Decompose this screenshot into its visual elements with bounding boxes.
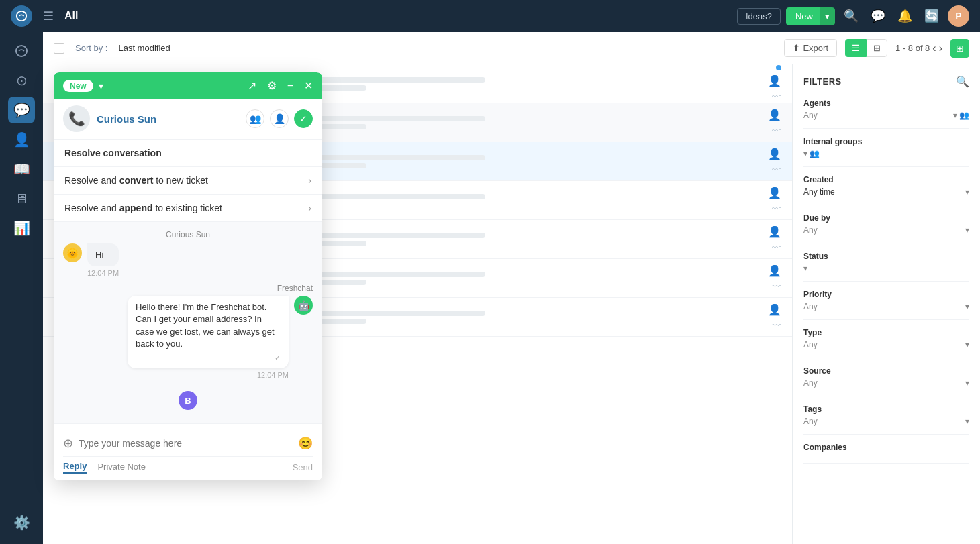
resolve-check-button[interactable]: ✓ bbox=[294, 109, 313, 128]
new-button[interactable]: New bbox=[786, 7, 822, 25]
due-by-value[interactable]: Any ▾ bbox=[803, 225, 969, 235]
activity-icon: 〰 bbox=[772, 91, 781, 102]
add-attachment-icon[interactable]: ⊕ bbox=[63, 436, 73, 451]
chat-tabs: Reply Private Note Send bbox=[63, 461, 313, 474]
chat-icon[interactable]: 💬 bbox=[867, 5, 889, 27]
created-value[interactable]: Any time ▾ bbox=[803, 187, 969, 197]
person-icon: 👤 bbox=[768, 225, 781, 238]
sender-label: Curious Sun bbox=[63, 230, 313, 239]
sidebar-item-knowledge[interactable]: 📖 bbox=[8, 156, 35, 182]
export-button[interactable]: ⬆ Export bbox=[784, 39, 837, 57]
filter-tags: Tags Any ▾ bbox=[803, 404, 969, 435]
row-right: 👤 〰 bbox=[701, 303, 781, 331]
help-icon[interactable]: 🔄 bbox=[921, 5, 942, 27]
list-view-button[interactable]: ☰ bbox=[845, 39, 867, 57]
filters-header: FILTERS 🔍 bbox=[803, 75, 969, 88]
chat-messages: Curious Sun 🌞 Hi 12:04 PM Freshchat Hell… bbox=[54, 222, 322, 423]
toolbar: Sort by : Last modified ⬆ Export ☰ ⊞ 1 -… bbox=[43, 32, 980, 64]
typing-row: B bbox=[63, 386, 313, 415]
contact-actions: 👥 👤 ✓ bbox=[246, 109, 313, 128]
toolbar-right: ⬆ Export ☰ ⊞ 1 - 8 of 8 ‹ › ⊞ bbox=[784, 39, 969, 58]
navbar-actions: Ideas? New ▾ 🔍 💬 🔔 🔄 P bbox=[737, 5, 969, 27]
filter-search-icon[interactable]: 🔍 bbox=[956, 75, 969, 88]
row-right: 👤 〰 bbox=[701, 65, 781, 102]
tags-value[interactable]: Any ▾ bbox=[803, 417, 969, 426]
tab-reply[interactable]: Reply bbox=[63, 461, 87, 474]
sidebar-item-agents[interactable]: 👤 bbox=[8, 126, 35, 153]
filters-title: FILTERS bbox=[803, 76, 842, 87]
status-dropdown-arrow[interactable]: ▾ bbox=[99, 80, 103, 91]
prev-page-button[interactable]: ‹ bbox=[932, 42, 936, 54]
person-icon: 👤 bbox=[768, 148, 781, 160]
due-by-label: Due by bbox=[803, 213, 969, 223]
sort-value[interactable]: Last modified bbox=[118, 43, 170, 53]
user-avatar[interactable]: P bbox=[948, 5, 969, 27]
filter-internal-groups: Internal groups ▾ 👥 bbox=[803, 137, 969, 167]
bot-message-time: 12:04 PM bbox=[128, 371, 289, 379]
person-icon: 👤 bbox=[768, 186, 781, 199]
priority-value[interactable]: Any ▾ bbox=[803, 302, 969, 311]
resolve-convert-option[interactable]: Resolve and convert to new ticket › bbox=[54, 167, 322, 195]
arrow-icon: › bbox=[308, 175, 311, 186]
close-icon[interactable]: ✕ bbox=[304, 79, 313, 92]
user-message-content: Hi 12:04 PM bbox=[87, 243, 119, 277]
chat-window: New ▾ ↗ ⚙ − ✕ 📞 Curious Sun 👥 👤 ✓ Resolv… bbox=[54, 72, 322, 480]
search-icon[interactable]: 🔍 bbox=[840, 5, 862, 27]
ideas-button[interactable]: Ideas? bbox=[737, 8, 781, 25]
emoji-icon[interactable]: 😊 bbox=[298, 436, 313, 451]
row-right: 👤 〰 bbox=[701, 264, 781, 292]
agents-value[interactable]: Any ▾ 👥 bbox=[803, 111, 969, 120]
person-icon: 👤 bbox=[768, 264, 781, 277]
select-all-checkbox[interactable] bbox=[54, 43, 64, 54]
typing-avatar: B bbox=[179, 391, 197, 410]
navbar: ☰ All Ideas? New ▾ 🔍 💬 🔔 🔄 P bbox=[0, 0, 980, 32]
sidebar-item-reports[interactable]: 📊 bbox=[8, 215, 35, 241]
column-settings-button[interactable]: ⊞ bbox=[950, 39, 969, 58]
view-toggle: ☰ ⊞ bbox=[845, 39, 887, 57]
source-value[interactable]: Any ▾ bbox=[803, 378, 969, 388]
sidebar-item-settings[interactable]: ⚙️ bbox=[8, 509, 35, 536]
filter-source: Source Any ▾ bbox=[803, 366, 969, 396]
freshchat-label: Freshchat bbox=[63, 284, 313, 293]
bot-message-bubble: Hello there! I'm the Freshchat bot. Can … bbox=[128, 296, 289, 368]
bot-avatar: 🤖 bbox=[294, 296, 313, 315]
chat-input-row: ⊕ 😊 bbox=[63, 431, 313, 457]
type-label: Type bbox=[803, 328, 969, 337]
team-icon-button[interactable]: 👥 bbox=[246, 109, 264, 128]
settings-icon[interactable]: ⚙ bbox=[267, 79, 277, 92]
notification-icon[interactable]: 🔔 bbox=[894, 5, 916, 27]
resolve-append-option[interactable]: Resolve and append to existing ticket › bbox=[54, 195, 322, 221]
hamburger-icon[interactable]: ☰ bbox=[43, 9, 54, 23]
pagination: 1 - 8 of 8 ‹ › bbox=[895, 42, 942, 54]
tab-private-note[interactable]: Private Note bbox=[97, 461, 146, 473]
sidebar-item-conversations[interactable]: 💬 bbox=[8, 97, 35, 123]
user-message-time: 12:04 PM bbox=[87, 269, 119, 277]
new-button-dropdown[interactable]: ▾ bbox=[820, 7, 835, 25]
activity-icon: 〰 bbox=[772, 203, 781, 214]
filters-panel: FILTERS 🔍 Agents Any ▾ 👥 Internal groups… bbox=[792, 64, 980, 544]
app-logo bbox=[11, 5, 32, 27]
status-value[interactable]: ▾ bbox=[803, 264, 969, 273]
type-value[interactable]: Any ▾ bbox=[803, 340, 969, 349]
next-page-button[interactable]: › bbox=[939, 42, 942, 54]
chat-status-badge[interactable]: New bbox=[63, 80, 93, 92]
chat-input-area: ⊕ 😊 Reply Private Note Send bbox=[54, 423, 322, 480]
send-button[interactable]: Send bbox=[293, 462, 313, 472]
user-message-row: 🌞 Hi 12:04 PM bbox=[63, 243, 313, 277]
tags-label: Tags bbox=[803, 404, 969, 414]
resolve-append-label: Resolve and append to existing ticket bbox=[64, 203, 222, 213]
grid-view-button[interactable]: ⊞ bbox=[867, 39, 887, 57]
internal-groups-value[interactable]: ▾ 👥 bbox=[803, 149, 969, 158]
resolve-conversation-label: Resolve conversation bbox=[64, 148, 162, 158]
resolve-conversation-option[interactable]: Resolve conversation bbox=[54, 140, 322, 167]
assign-icon-button[interactable]: 👤 bbox=[270, 109, 289, 128]
minimize-icon[interactable]: − bbox=[287, 80, 293, 92]
sidebar-item-livechat[interactable]: 🖥 bbox=[8, 185, 35, 212]
activity-icon: 〰 bbox=[772, 320, 781, 331]
sidebar-item-contacts[interactable]: ⊙ bbox=[8, 67, 35, 94]
sidebar-item-logo[interactable] bbox=[8, 38, 35, 64]
external-link-icon[interactable]: ↗ bbox=[248, 79, 256, 92]
message-input[interactable] bbox=[79, 438, 293, 449]
internal-groups-label: Internal groups bbox=[803, 137, 969, 146]
contact-row: 📞 Curious Sun 👥 👤 ✓ bbox=[54, 99, 322, 140]
